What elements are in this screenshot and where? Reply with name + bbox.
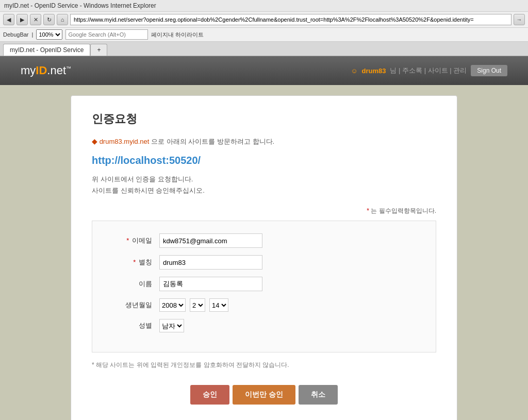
- logo-area: myID.net™: [21, 64, 71, 77]
- nickname-label: * 별칭: [108, 258, 159, 267]
- tab-bar: myID.net - OpenID Service +: [0, 42, 528, 56]
- toolbar-separator: |: [32, 31, 34, 38]
- debugbar-label: DebugBar: [3, 31, 29, 38]
- identity-link[interactable]: drum83.myid.net: [100, 138, 150, 145]
- gender-label: 성별: [108, 321, 159, 330]
- dob-inputs: 2008 2007 2006 1 2 3 4 5 6 14 1: [159, 298, 230, 312]
- email-row: * 이메일: [108, 233, 420, 248]
- refresh-button[interactable]: ↻: [43, 14, 55, 25]
- browser-title: myID.net - OpenID Service - Windows Inte…: [4, 2, 156, 9]
- button-row: 승인 이번만 승인 취소: [92, 385, 436, 405]
- approve-button[interactable]: 승인: [190, 385, 229, 405]
- header-nav: ☺ drum83 님 | 주소록 | 사이트 | 관리 Sign Out: [351, 65, 507, 76]
- active-tab[interactable]: myID.net - OpenID Service: [3, 44, 90, 56]
- user-link[interactable]: drum83: [362, 67, 386, 75]
- user-identity-link: ◆ drum83.myid.net: [92, 138, 151, 145]
- desc-line1: 위 사이트에서 인증을 요청합니다.: [92, 174, 436, 185]
- required-note-text: 는 필수입력항목입니다.: [371, 207, 436, 214]
- site-url[interactable]: http://localhost:50520/: [92, 155, 436, 166]
- required-note: * 는 필수입력항목입니다.: [92, 207, 436, 215]
- email-required-star: *: [126, 237, 129, 244]
- nickname-field[interactable]: [159, 255, 262, 270]
- gender-select[interactable]: 남자 여자: [159, 319, 184, 332]
- name-field[interactable]: [159, 277, 262, 291]
- intro-text: 으로 아래의 사이트를 방문하려고 합니다.: [151, 138, 274, 145]
- zoom-select[interactable]: 100%: [36, 29, 62, 40]
- address-bar[interactable]: [70, 14, 512, 25]
- dob-row: 생년월일 2008 2007 2006 1 2 3 4 5 6: [108, 298, 420, 312]
- privacy-note: * 해당 사이트는 위에 입력된 개인정보를 암호화하여 전달하지 않습니다.: [92, 361, 436, 369]
- back-button[interactable]: ◀: [3, 14, 14, 25]
- name-row: 이름: [108, 277, 420, 291]
- dob-month-select[interactable]: 1 2 3 4 5 6: [190, 298, 205, 312]
- highlight-label: 페이지내 하이라이트: [151, 31, 204, 39]
- home-button[interactable]: ⌂: [57, 14, 68, 25]
- forward-button[interactable]: ▶: [16, 14, 28, 25]
- active-tab-label: myID.net - OpenID Service: [10, 46, 84, 54]
- browser-toolbar: ◀ ▶ ✕ ↻ ⌂ →: [0, 12, 528, 28]
- nickname-row: * 별칭: [108, 255, 420, 270]
- auth-description: 위 사이트에서 인증을 요청합니다. 사이트를 신뢰하시면 승인해주십시오.: [92, 174, 436, 196]
- form-container: * 이메일 * 별칭 이름: [92, 221, 436, 352]
- email-field[interactable]: [159, 233, 262, 248]
- nickname-required-star: *: [133, 258, 136, 266]
- site-header: myID.net™ ☺ drum83 님 | 주소록 | 사이트 | 관리 Si…: [0, 56, 528, 85]
- name-label: 이름: [108, 279, 159, 289]
- dob-day-select[interactable]: 14 1 2 13 15: [209, 298, 228, 312]
- auth-intro: ◆ drum83.myid.net 으로 아래의 사이트를 방문하려고 합니다.: [92, 137, 436, 146]
- logo-my: my: [21, 64, 36, 77]
- dob-year-select[interactable]: 2008 2007 2006: [159, 298, 186, 312]
- required-star: *: [367, 207, 369, 214]
- browser-toolbar2: DebugBar | 100% 페이지내 하이라이트: [0, 28, 528, 42]
- logo-id: ID: [36, 64, 47, 77]
- search-input[interactable]: [65, 29, 148, 40]
- stop-button[interactable]: ✕: [30, 14, 41, 25]
- browser-titlebar: myID.net - OpenID Service - Windows Inte…: [0, 0, 528, 12]
- dob-label: 생년월일: [108, 300, 159, 310]
- logo-dot-net: .net™: [47, 64, 71, 77]
- nav-sep1: 님 | 주소록 | 사이트 | 관리: [390, 66, 467, 75]
- signout-button[interactable]: Sign Out: [471, 65, 507, 76]
- new-tab[interactable]: +: [90, 44, 107, 56]
- desc-line2: 사이트를 신뢰하시면 승인해주십시오.: [92, 185, 436, 196]
- go-button[interactable]: →: [514, 14, 525, 25]
- gender-row: 성별 남자 여자: [108, 319, 420, 332]
- approve-once-button[interactable]: 이번만 승인: [233, 385, 295, 405]
- page-wrapper: myID.net™ ☺ drum83 님 | 주소록 | 사이트 | 관리 Si…: [0, 56, 528, 420]
- email-label: * 이메일: [108, 236, 159, 245]
- cancel-button[interactable]: 취소: [299, 385, 338, 405]
- user-icon: ☺: [351, 67, 357, 75]
- page-title: 인증요청: [92, 111, 436, 127]
- main-content: 인증요청 ◆ drum83.myid.net 으로 아래의 사이트를 방문하려고…: [71, 95, 457, 420]
